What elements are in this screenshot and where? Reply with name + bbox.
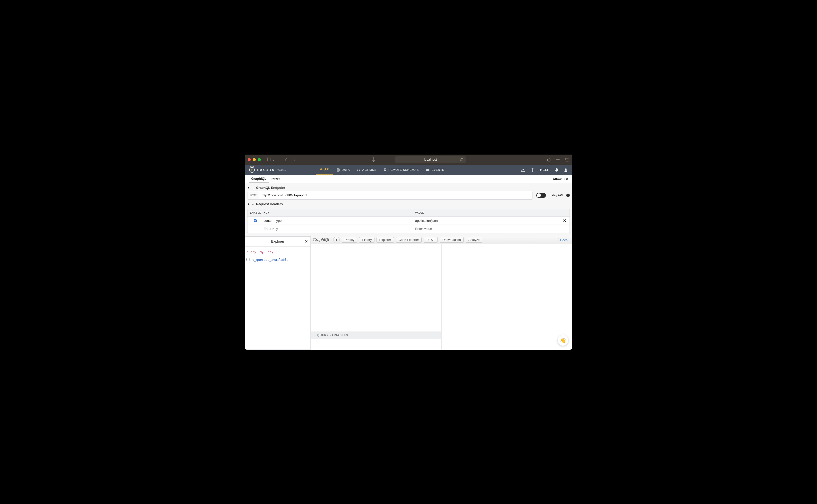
nav-item-actions[interactable]: ACTIONS (353, 165, 380, 175)
help-fab[interactable]: 👋 (558, 335, 568, 346)
app-body: GraphiQL REST Allow List ▼ ⌄ GraphQL End… (245, 175, 572, 350)
svg-point-11 (523, 171, 523, 171)
url-bar[interactable]: localhost (395, 156, 466, 163)
database-icon (337, 168, 340, 172)
svg-rect-4 (566, 159, 569, 161)
explorer-header: Explorer ✕ (245, 237, 311, 247)
query-editor-column: QUERY VARIABLES (311, 244, 441, 350)
derive-action-button[interactable]: Derive action (440, 237, 464, 243)
wave-emoji-icon: 👋 (560, 337, 566, 343)
col-enable: ENABLE (248, 211, 264, 214)
brand-logo[interactable]: ⚡ HASURA v2.16.1 (249, 167, 286, 173)
primary-nav: API DATA ACTIONS REMOTE SCHEMAS (316, 165, 448, 175)
header-delete-button[interactable]: ✕ (559, 218, 569, 223)
docs-toggle[interactable]: 〈 Docs (553, 238, 570, 242)
history-button[interactable]: History (359, 237, 375, 243)
chevron-down-icon: ⌄ (252, 202, 254, 206)
headers-table-head: ENABLE KEY VALUE (248, 209, 569, 217)
tab-graphiql[interactable]: GraphiQL (249, 175, 269, 183)
result-pane (441, 244, 572, 350)
header-enable-checkbox[interactable] (254, 219, 257, 222)
query-variables-toggle[interactable]: QUERY VARIABLES (311, 332, 441, 339)
headers-table: ENABLE KEY VALUE content-type applicatio… (247, 209, 570, 233)
flask-icon (320, 168, 323, 171)
info-icon[interactable]: i (566, 194, 570, 197)
version-label: v2.16.1 (278, 168, 286, 171)
bell-icon[interactable] (555, 168, 558, 172)
play-icon (336, 239, 338, 241)
header-row: content-type application/json ✕ (248, 217, 569, 225)
window-close-button[interactable] (248, 158, 251, 161)
forward-button[interactable] (292, 158, 297, 162)
graphiql-toolbar: GraphiQL Prettify History Explorer Code … (311, 236, 572, 244)
header-row-new (248, 225, 569, 233)
chevron-down-icon: ⌄ (272, 158, 276, 162)
explorer-button[interactable]: Explorer (377, 237, 394, 243)
explorer-field-row[interactable]: no_queries_available (247, 258, 309, 262)
http-method-label: POST (248, 191, 259, 199)
col-key: KEY (264, 211, 415, 214)
endpoint-section-title: GraphQL Endpoint (256, 186, 285, 190)
header-value-input[interactable] (415, 226, 552, 231)
actions-icon (357, 168, 360, 171)
col-value: VALUE (415, 211, 559, 214)
header-value-cell[interactable]: application/json (415, 219, 559, 223)
headers-section-toggle[interactable]: ▼ ⌄ Request Headers (245, 200, 572, 207)
field-checkbox[interactable] (247, 258, 250, 261)
svg-point-12 (532, 169, 533, 170)
endpoint-url-input[interactable] (259, 191, 532, 199)
tab-rest[interactable]: REST (269, 175, 283, 183)
play-button[interactable] (333, 237, 340, 243)
gear-icon[interactable] (530, 168, 534, 172)
code-exporter-button[interactable]: Code Exporter (396, 237, 422, 243)
main-content: ▼ ⌄ GraphQL Endpoint POST Relay API i ▼ … (245, 183, 572, 350)
window-zoom-button[interactable] (258, 158, 261, 161)
graphiql-container: Explorer ✕ query no_queries_available (245, 236, 572, 350)
prettify-button[interactable]: Prettify (342, 237, 357, 243)
chrome-right-actions (546, 158, 569, 162)
user-icon[interactable] (564, 168, 568, 172)
tab-overview-icon[interactable] (565, 158, 569, 162)
endpoint-section-toggle[interactable]: ▼ ⌄ GraphQL Endpoint (245, 183, 572, 191)
explorer-close-button[interactable]: ✕ (305, 239, 308, 243)
query-editor[interactable] (311, 244, 441, 332)
header-key-cell[interactable]: content-type (264, 219, 415, 223)
plug-icon (384, 168, 387, 172)
nav-item-api[interactable]: API (316, 165, 333, 175)
cloud-icon (426, 168, 430, 171)
back-button[interactable] (284, 158, 288, 162)
warning-icon[interactable] (521, 168, 525, 172)
headers-section-title: Request Headers (256, 202, 283, 206)
relay-api-toggle[interactable] (536, 193, 546, 198)
chevron-left-icon: 〈 (556, 238, 559, 242)
help-link[interactable]: HELP (540, 168, 549, 172)
editor-pane: GraphiQL Prettify History Explorer Code … (311, 236, 572, 350)
window-minimize-button[interactable] (253, 158, 256, 161)
hasura-logo-icon: ⚡ (249, 167, 255, 173)
explorer-pane: Explorer ✕ query no_queries_available (245, 236, 311, 350)
nav-item-data[interactable]: DATA (333, 165, 353, 175)
share-icon[interactable] (546, 158, 551, 162)
sub-tabs: GraphiQL REST Allow List (245, 175, 572, 183)
query-keyword: query (247, 250, 256, 254)
sidebar-toggle-button[interactable]: ⌄ (266, 158, 276, 162)
header-key-input[interactable] (264, 226, 407, 231)
graphiql-logo: GraphiQL (313, 238, 330, 242)
svg-rect-0 (266, 158, 271, 161)
new-tab-icon[interactable] (556, 158, 560, 162)
rest-button[interactable]: REST (424, 237, 437, 243)
svg-point-5 (337, 168, 340, 169)
caret-down-icon: ▼ (247, 186, 250, 189)
chevron-down-icon: ⌄ (252, 186, 254, 189)
allow-list-link[interactable]: Allow List (553, 177, 568, 181)
nav-item-events[interactable]: EVENTS (422, 165, 448, 175)
nav-item-remote-schemas[interactable]: REMOTE SCHEMAS (380, 165, 422, 175)
endpoint-box: POST (247, 191, 533, 200)
query-variables-editor[interactable] (311, 339, 441, 350)
privacy-shield-icon[interactable] (371, 157, 376, 162)
field-name: no_queries_available (251, 258, 289, 262)
reload-icon[interactable] (460, 158, 463, 161)
analyze-button[interactable]: Analyze (466, 237, 482, 243)
query-name-input[interactable] (258, 249, 298, 255)
relay-api-label: Relay API (549, 194, 563, 197)
